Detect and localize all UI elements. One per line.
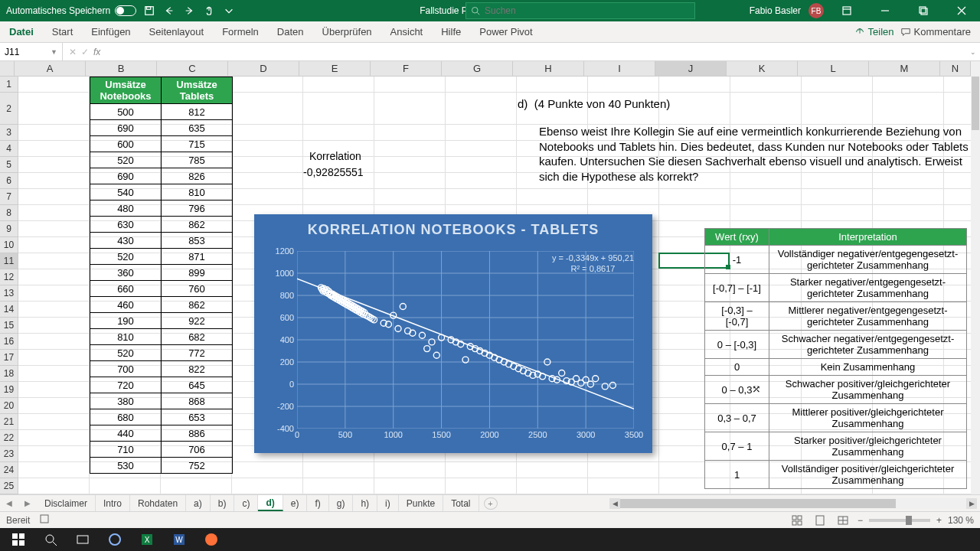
ribbon-tab-seitenlayout[interactable]: Seitenlayout [140, 21, 214, 42]
touch-mode-icon[interactable] [202, 4, 216, 18]
row-header[interactable]: 25 [0, 478, 18, 494]
undo-icon[interactable] [162, 4, 176, 18]
data-cell[interactable]: 752 [162, 458, 233, 474]
data-cell[interactable]: 899 [162, 265, 233, 281]
data-cell[interactable]: 500 [90, 104, 162, 120]
data-cell[interactable]: 785 [162, 152, 233, 168]
scroll-right-icon[interactable]: ▶ [966, 498, 977, 509]
data-cell[interactable]: 700 [90, 361, 162, 377]
row-header[interactable]: 18 [0, 366, 18, 382]
column-header[interactable]: F [371, 61, 442, 76]
worksheet-grid[interactable]: ABCDEFGHIJKLMN 1234567891011121314151617… [0, 61, 980, 494]
data-cell[interactable]: 635 [162, 120, 233, 136]
data-cell[interactable]: 460 [90, 297, 162, 313]
sheet-tab[interactable]: Disclaimer [37, 495, 96, 511]
row-header[interactable]: 21 [0, 414, 18, 430]
row-header[interactable]: 10 [0, 237, 18, 253]
comments-button[interactable]: Kommentare [900, 26, 971, 37]
column-header[interactable]: N [940, 61, 971, 76]
cancel-formula-icon[interactable]: ✕ [69, 47, 77, 57]
row-header[interactable]: 20 [0, 398, 18, 414]
column-header[interactable]: E [299, 61, 371, 76]
share-button[interactable]: Teilen [854, 26, 894, 37]
column-headers[interactable]: ABCDEFGHIJKLMN [0, 61, 971, 77]
row-header[interactable]: 11 [0, 253, 18, 269]
data-cell[interactable]: 720 [90, 377, 162, 393]
search-taskbar-icon[interactable] [35, 528, 66, 551]
data-cell[interactable]: 530 [90, 458, 162, 474]
data-cell[interactable]: 520 [90, 345, 162, 361]
normal-view-icon[interactable] [789, 514, 805, 527]
sheet-tab[interactable]: e) [283, 495, 308, 511]
data-cell[interactable]: 715 [162, 136, 233, 152]
sheet-tab[interactable]: Total [443, 495, 479, 511]
sheet-tab[interactable]: i) [377, 495, 399, 511]
zoom-slider[interactable] [869, 519, 930, 522]
formula-input[interactable] [106, 43, 966, 60]
sheet-tab[interactable]: Intro [96, 495, 130, 511]
macro-record-icon[interactable] [39, 514, 50, 527]
cell-reference-input[interactable] [5, 47, 44, 57]
save-icon[interactable] [142, 4, 156, 18]
data-cell[interactable]: 645 [162, 377, 233, 393]
select-all-corner[interactable] [0, 61, 15, 76]
redo-icon[interactable] [182, 4, 196, 18]
ribbon-tab-einfügen[interactable]: Einfügen [82, 21, 139, 42]
page-layout-view-icon[interactable] [812, 514, 828, 527]
data-cell[interactable]: 706 [162, 442, 233, 458]
data-cell[interactable]: 826 [162, 168, 233, 184]
column-header[interactable]: H [513, 61, 584, 76]
start-menu-icon[interactable] [3, 528, 34, 551]
ribbon-tab-power pivot[interactable]: Power Pivot [470, 21, 541, 42]
row-header[interactable]: 23 [0, 446, 18, 462]
user-avatar[interactable]: FB [808, 3, 824, 18]
sheet-nav-prev-icon[interactable]: ◀ [0, 499, 18, 507]
data-cell[interactable]: 520 [90, 249, 162, 265]
scroll-left-icon[interactable]: ◀ [609, 498, 620, 509]
sheet-nav-next-icon[interactable]: ▶ [18, 499, 37, 507]
row-header[interactable]: 8 [0, 205, 18, 221]
row-headers[interactable]: 1234567891011121314151617181920212223242… [0, 77, 18, 494]
data-cell[interactable]: 430 [90, 233, 162, 249]
autosave-toggle[interactable]: Automatisches Speichern [6, 5, 136, 16]
data-cell[interactable]: 862 [162, 297, 233, 313]
ribbon-tab-start[interactable]: Start [43, 21, 82, 42]
fx-icon[interactable]: fx [93, 47, 100, 57]
interpretation-table[interactable]: Wert (rxy) Interpretation -1Vollständige… [704, 228, 967, 489]
autosave-switch[interactable] [115, 5, 136, 16]
sheet-tab[interactable]: b) [211, 495, 235, 511]
user-name[interactable]: Fabio Basler [750, 5, 801, 16]
ribbon-tab-überprüfen[interactable]: Überprüfen [313, 21, 381, 42]
horizontal-scrollbar[interactable]: ◀ ▶ [609, 498, 977, 509]
row-header[interactable]: 7 [0, 189, 18, 205]
sheet-tab[interactable]: a) [186, 495, 211, 511]
sheet-tab[interactable]: c) [234, 495, 258, 511]
expand-formula-bar-icon[interactable]: ⌄ [966, 48, 980, 56]
ribbon-tab-ansicht[interactable]: Ansicht [381, 21, 433, 42]
data-cell[interactable]: 810 [90, 329, 162, 345]
data-table[interactable]: Umsätze Notebooks Umsätze Tablets 500812… [90, 77, 233, 474]
column-header[interactable]: G [442, 61, 513, 76]
sheet-tab[interactable]: d) [258, 495, 283, 511]
data-cell[interactable]: 520 [90, 152, 162, 168]
data-cell[interactable]: 871 [162, 249, 233, 265]
maximize-icon[interactable] [908, 0, 939, 21]
row-header[interactable]: 22 [0, 430, 18, 446]
column-header[interactable]: C [157, 61, 228, 76]
scrollbar-thumb[interactable] [620, 499, 896, 508]
data-cell[interactable]: 810 [162, 184, 233, 201]
zoom-level[interactable]: 130 % [948, 515, 974, 526]
scatter-chart[interactable]: KORRELATION NOTEBOOKS - TABLETS y = -0,3… [254, 214, 652, 453]
data-cell[interactable]: 822 [162, 361, 233, 377]
column-header[interactable]: A [15, 61, 86, 76]
data-cell[interactable]: 380 [90, 393, 162, 409]
column-header[interactable]: K [727, 61, 798, 76]
data-cell[interactable]: 600 [90, 136, 162, 152]
data-cell[interactable]: 680 [90, 409, 162, 425]
row-header[interactable]: 14 [0, 302, 18, 318]
ribbon-tab-datei[interactable]: Datei [0, 21, 43, 42]
data-cell[interactable]: 868 [162, 393, 233, 409]
excel-taskbar-icon[interactable]: X [132, 528, 162, 551]
data-cell[interactable]: 760 [162, 281, 233, 297]
sheet-tab[interactable]: Punkte [399, 495, 443, 511]
